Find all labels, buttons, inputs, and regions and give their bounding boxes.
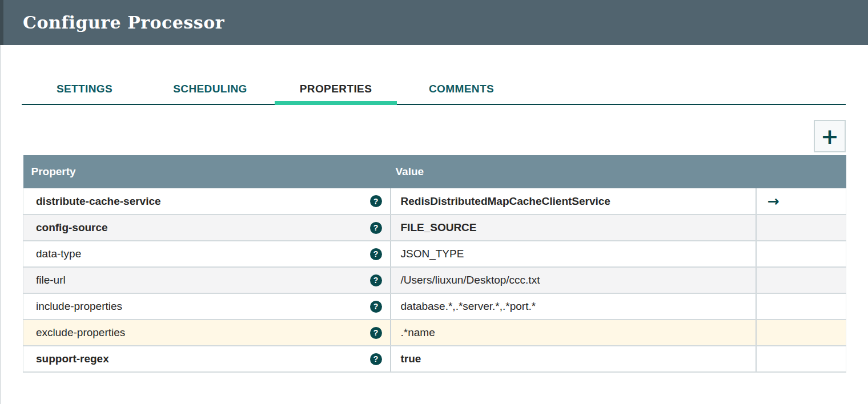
property-name: file-url [36, 274, 66, 286]
property-name: include-properties [36, 300, 122, 313]
property-value-cell[interactable]: true [391, 346, 756, 372]
row-action-cell [756, 320, 846, 346]
property-value-cell[interactable]: .*name [391, 320, 756, 346]
dialog-header: Configure Processor [0, 0, 868, 45]
property-name-cell: support-regex ? [23, 346, 391, 372]
column-header-property: Property [23, 155, 391, 188]
tab-scheduling[interactable]: SCHEDULING [147, 74, 273, 104]
property-name: config-source [36, 221, 108, 234]
plus-icon: + [821, 126, 839, 147]
tab-properties[interactable]: PROPERTIES [273, 74, 399, 104]
tab-comments[interactable]: COMMENTS [399, 74, 524, 104]
row-action-cell [756, 293, 846, 320]
property-value: RedisDistributedMapCacheClientService [401, 195, 610, 207]
add-property-button[interactable]: + [814, 120, 846, 152]
property-name-cell: config-source ? [23, 215, 391, 241]
property-value-cell[interactable]: JSON_TYPE [391, 241, 756, 267]
table-row: config-source ? FILE_SOURCE [23, 215, 846, 241]
property-value-cell[interactable]: RedisDistributedMapCacheClientService [391, 188, 756, 215]
properties-toolbar: + [0, 120, 846, 152]
table-row: distribute-cache-service ? RedisDistribu… [23, 188, 846, 215]
property-value: .*name [401, 326, 435, 338]
table-row: support-regex ? true [23, 346, 846, 372]
table-row: include-properties ? database.*,.*server… [23, 293, 846, 320]
property-name: distribute-cache-service [36, 195, 161, 208]
help-icon[interactable]: ? [370, 353, 382, 365]
help-icon[interactable]: ? [370, 222, 382, 234]
property-value: true [401, 353, 421, 365]
table-row: file-url ? /Users/liuxun/Desktop/ccc.txt [23, 267, 846, 293]
property-name: data-type [36, 248, 81, 260]
property-name-cell: include-properties ? [23, 293, 391, 320]
property-value-cell[interactable]: database.*,.*server.*,.*port.* [391, 293, 756, 320]
property-value: database.*,.*server.*,.*port.* [401, 300, 536, 312]
help-icon[interactable]: ? [370, 327, 382, 339]
tab-settings[interactable]: SETTINGS [22, 74, 147, 104]
help-icon[interactable]: ? [370, 301, 382, 313]
help-icon[interactable]: ? [370, 274, 382, 286]
row-action-cell: → [756, 188, 846, 215]
table-header-row: Property Value [23, 155, 846, 188]
property-name-cell: exclude-properties ? [23, 320, 391, 346]
row-action-cell [756, 215, 846, 241]
property-name: exclude-properties [36, 326, 125, 339]
property-name: support-regex [36, 353, 109, 365]
property-value: FILE_SOURCE [401, 221, 477, 233]
property-value: JSON_TYPE [401, 248, 464, 260]
property-value-cell[interactable]: FILE_SOURCE [391, 215, 756, 241]
property-name-cell: file-url ? [23, 267, 391, 293]
column-header-value: Value [391, 155, 756, 188]
dialog-body-edge [0, 45, 1, 404]
row-action-cell [756, 241, 846, 267]
properties-table: Property Value distribute-cache-service … [23, 155, 846, 373]
help-icon[interactable]: ? [370, 195, 382, 207]
property-value-cell[interactable]: /Users/liuxun/Desktop/ccc.txt [391, 267, 756, 293]
help-icon[interactable]: ? [370, 248, 382, 260]
row-action-cell [756, 346, 846, 372]
row-action-cell [756, 267, 846, 293]
table-row: data-type ? JSON_TYPE [23, 241, 846, 267]
property-value: /Users/liuxun/Desktop/ccc.txt [401, 274, 540, 286]
go-to-service-arrow-icon[interactable]: → [767, 194, 779, 208]
property-name-cell: distribute-cache-service ? [23, 188, 391, 215]
dialog-title: Configure Processor [23, 12, 224, 32]
table-row-modified: exclude-properties ? .*name [23, 320, 846, 346]
column-header-action [756, 155, 846, 188]
dialog-left-accent [0, 0, 3, 45]
property-name-cell: data-type ? [23, 241, 391, 267]
tab-bar: SETTINGS SCHEDULING PROPERTIES COMMENTS [22, 74, 846, 105]
